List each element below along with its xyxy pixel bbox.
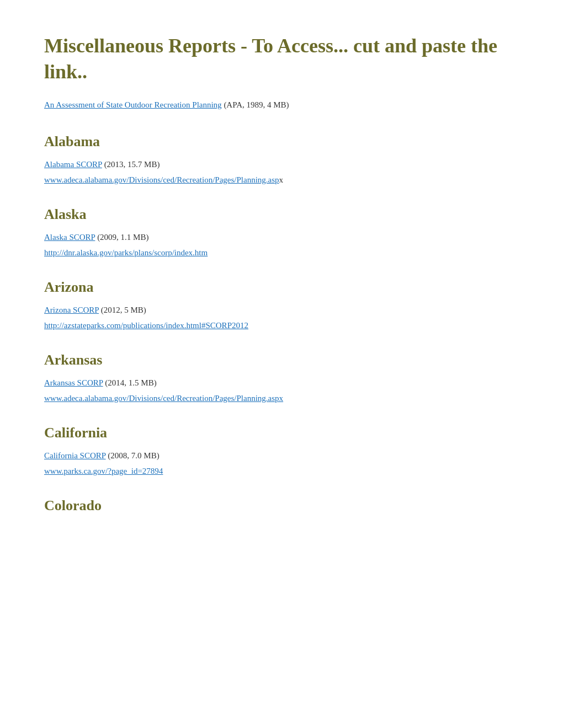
assessment-link[interactable]: An Assessment of State Outdoor Recreatio… bbox=[44, 100, 222, 109]
state-heading-alabama: Alabama bbox=[44, 133, 519, 150]
scorp-link-arizona[interactable]: Arizona SCORP bbox=[44, 306, 99, 314]
url-link-arkansas[interactable]: www.adeca.alabama.gov/Divisions/ced/Recr… bbox=[44, 392, 519, 405]
state-section-colorado: Colorado bbox=[44, 497, 519, 514]
state-heading-california: California bbox=[44, 425, 519, 441]
url-line-alabama: www.adeca.alabama.gov/Divisions/ced/Recr… bbox=[44, 173, 519, 186]
state-heading-alaska: Alaska bbox=[44, 206, 519, 223]
url-link-alabama[interactable]: www.adeca.alabama.gov/Divisions/ced/Recr… bbox=[44, 175, 279, 184]
state-section-alabama: AlabamaAlabama SCORP (2013, 15.7 MB)www.… bbox=[44, 133, 519, 186]
scorp-link-alabama[interactable]: Alabama SCORP bbox=[44, 160, 102, 169]
entry-line: Arizona SCORP (2012, 5 MB) bbox=[44, 303, 519, 317]
state-heading-colorado: Colorado bbox=[44, 497, 519, 514]
state-heading-arkansas: Arkansas bbox=[44, 352, 519, 368]
scorp-link-california[interactable]: California SCORP bbox=[44, 451, 106, 460]
entry-line: Arkansas SCORP (2014, 1.5 MB) bbox=[44, 376, 519, 389]
state-section-california: CaliforniaCalifornia SCORP (2008, 7.0 MB… bbox=[44, 425, 519, 478]
intro-meta: (APA, 1989, 4 MB) bbox=[224, 100, 289, 109]
url-link-alaska[interactable]: http://dnr.alaska.gov/parks/plans/scorp/… bbox=[44, 246, 519, 259]
state-section-arkansas: ArkansasArkansas SCORP (2014, 1.5 MB)www… bbox=[44, 352, 519, 405]
scorp-link-arkansas[interactable]: Arkansas SCORP bbox=[44, 378, 103, 387]
entry-line: California SCORP (2008, 7.0 MB) bbox=[44, 449, 519, 462]
intro-line: An Assessment of State Outdoor Recreatio… bbox=[44, 98, 519, 111]
entry-line: Alabama SCORP (2013, 15.7 MB) bbox=[44, 158, 519, 171]
entry-line: Alaska SCORP (2009, 1.1 MB) bbox=[44, 231, 519, 244]
sections-container: AlabamaAlabama SCORP (2013, 15.7 MB)www.… bbox=[44, 133, 519, 514]
url-link-california[interactable]: www.parks.ca.gov/?page_id=27894 bbox=[44, 464, 519, 478]
state-heading-arizona: Arizona bbox=[44, 279, 519, 296]
state-section-alaska: AlaskaAlaska SCORP (2009, 1.1 MB)http://… bbox=[44, 206, 519, 259]
state-section-arizona: ArizonaArizona SCORP (2012, 5 MB)http://… bbox=[44, 279, 519, 332]
scorp-link-alaska[interactable]: Alaska SCORP bbox=[44, 233, 95, 242]
url-link-arizona[interactable]: http://azstateparks.com/publications/ind… bbox=[44, 319, 519, 332]
page-title: Miscellaneous Reports - To Access... cut… bbox=[44, 33, 519, 85]
